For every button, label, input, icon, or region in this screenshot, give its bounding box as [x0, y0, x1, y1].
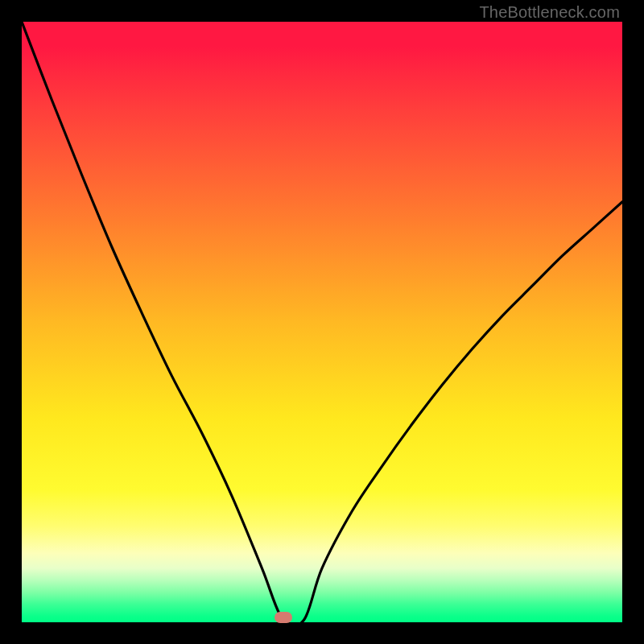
plot-area: [22, 22, 622, 622]
watermark-text: TheBottleneck.com: [479, 3, 620, 22]
optimal-point-marker: [275, 612, 292, 623]
outer-frame: TheBottleneck.com: [0, 0, 644, 644]
bottleneck-curve: [22, 22, 622, 622]
